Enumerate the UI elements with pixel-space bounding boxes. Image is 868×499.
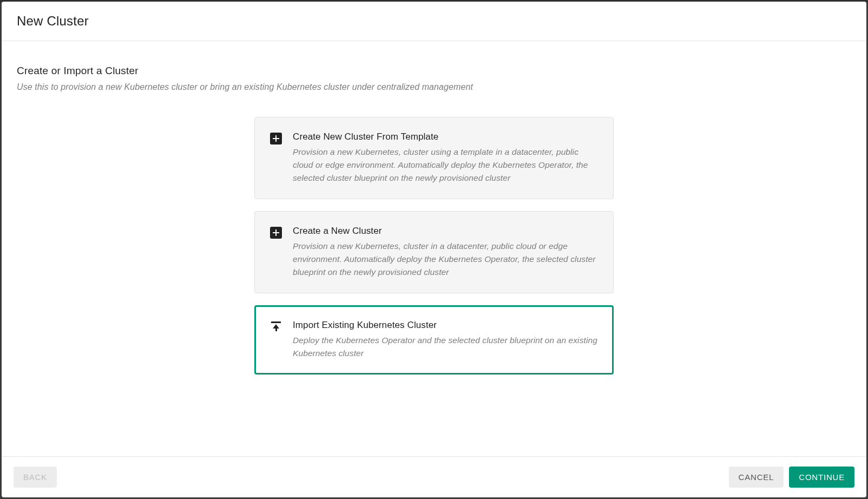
option-desc: Provision a new Kubernetes, cluster usin…: [293, 146, 598, 185]
section-title: Create or Import a Cluster: [17, 65, 851, 77]
new-cluster-modal: New Cluster Create or Import a Cluster U…: [2, 2, 866, 497]
option-title: Create a New Cluster: [293, 226, 598, 237]
option-text: Create New Cluster From Template Provisi…: [293, 132, 598, 185]
option-text: Import Existing Kubernetes Cluster Deplo…: [293, 320, 598, 360]
section-subtitle: Use this to provision a new Kubernetes c…: [17, 82, 851, 92]
option-desc: Provision a new Kubernetes, cluster in a…: [293, 240, 598, 279]
modal-header: New Cluster: [2, 2, 866, 41]
back-button[interactable]: BACK: [14, 467, 57, 488]
options-column: Create New Cluster From Template Provisi…: [17, 117, 851, 375]
plus-icon: [270, 227, 283, 240]
modal-footer: BACK CANCEL CONTINUE: [2, 456, 866, 497]
continue-button[interactable]: CONTINUE: [789, 467, 854, 488]
cancel-button[interactable]: CANCEL: [729, 467, 784, 488]
modal-title: New Cluster: [17, 14, 851, 29]
modal-body: Create or Import a Cluster Use this to p…: [2, 41, 866, 456]
option-create-from-template[interactable]: Create New Cluster From Template Provisi…: [254, 117, 614, 199]
option-text: Create a New Cluster Provision a new Kub…: [293, 226, 598, 279]
option-desc: Deploy the Kubernetes Operator and the s…: [293, 334, 598, 360]
option-title: Create New Cluster From Template: [293, 132, 598, 142]
plus-icon: [270, 133, 283, 146]
option-import-existing-cluster[interactable]: Import Existing Kubernetes Cluster Deplo…: [254, 305, 614, 375]
footer-right-buttons: CANCEL CONTINUE: [729, 467, 854, 488]
option-create-new-cluster[interactable]: Create a New Cluster Provision a new Kub…: [254, 211, 614, 293]
import-icon: [270, 321, 283, 334]
option-title: Import Existing Kubernetes Cluster: [293, 320, 598, 331]
